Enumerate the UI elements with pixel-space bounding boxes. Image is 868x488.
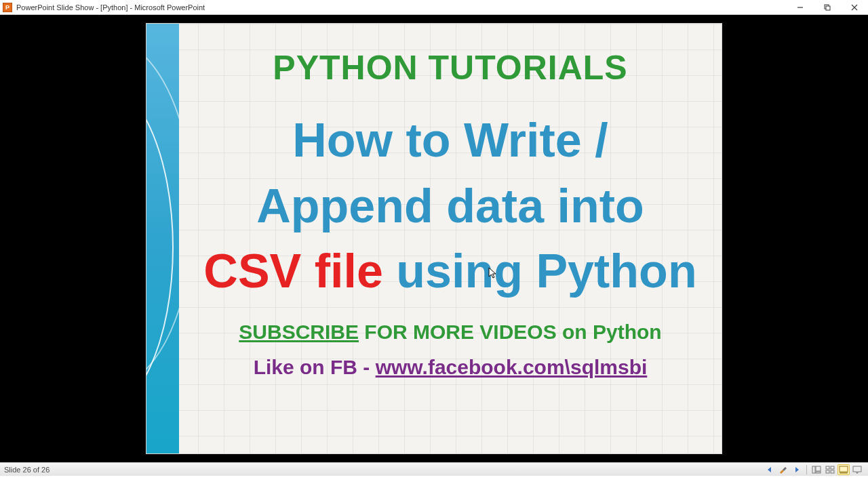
fb-prefix: Like on FB - (254, 356, 376, 378)
reading-view-button[interactable] (837, 464, 850, 475)
slide-line-1: How to Write / (186, 108, 715, 174)
svg-rect-13 (840, 472, 848, 474)
slide-body: How to Write / Append data into CSV file… (186, 108, 715, 304)
svg-rect-10 (826, 470, 829, 473)
svg-rect-6 (816, 466, 821, 471)
slide: PYTHON TUTORIALS How to Write / Append d… (146, 23, 722, 454)
previous-slide-button[interactable] (764, 464, 776, 475)
facebook-line: Like on FB - www.facebook.com\sqlmsbi (186, 356, 715, 379)
svg-rect-9 (831, 466, 834, 469)
svg-rect-8 (826, 466, 829, 469)
slide-content: PYTHON TUTORIALS How to Write / Append d… (179, 24, 722, 453)
powerpoint-icon: P (3, 3, 12, 12)
svg-rect-12 (840, 466, 848, 472)
subscribe-line: SUBSCRIBE FOR MORE VIDEOS on Python (186, 321, 715, 344)
slideshow-area[interactable]: PYTHON TUTORIALS How to Write / Append d… (0, 15, 868, 462)
svg-rect-2 (826, 6, 830, 10)
svg-rect-5 (812, 466, 815, 473)
slide-indicator: Slide 26 of 26 (4, 466, 50, 474)
svg-rect-11 (831, 470, 834, 473)
title-bar: P PowerPoint Slide Show - [Python] - Mic… (0, 0, 868, 15)
status-bar: Slide 26 of 26 (0, 462, 868, 476)
slideshow-view-button[interactable] (851, 464, 863, 475)
svg-rect-7 (816, 472, 821, 473)
slide-heading: PYTHON TUTORIALS (186, 48, 715, 87)
slide-line-2: Append data into (186, 174, 715, 239)
slide-left-decoration (146, 24, 179, 453)
subscribe-word: SUBSCRIBE (239, 321, 359, 343)
pen-menu-button[interactable] (777, 464, 789, 475)
next-slide-button[interactable] (791, 464, 803, 475)
slide-line-3-rest: using Python (383, 245, 697, 298)
slide-line-3: CSV file using Python (186, 239, 715, 304)
fb-link[interactable]: www.facebook.com\sqlmsbi (376, 356, 648, 378)
maximize-button[interactable] (814, 0, 841, 15)
minimize-button[interactable] (787, 0, 814, 15)
slide-line-3-highlight: CSV file (203, 245, 383, 298)
subscribe-rest: FOR MORE VIDEOS on Python (359, 321, 662, 343)
close-button[interactable] (841, 0, 868, 15)
svg-rect-14 (853, 466, 861, 472)
statusbar-separator (806, 465, 807, 474)
normal-view-button[interactable] (810, 464, 823, 475)
slide-sorter-view-button[interactable] (824, 464, 836, 475)
window-title: PowerPoint Slide Show - [Python] - Micro… (16, 3, 205, 12)
